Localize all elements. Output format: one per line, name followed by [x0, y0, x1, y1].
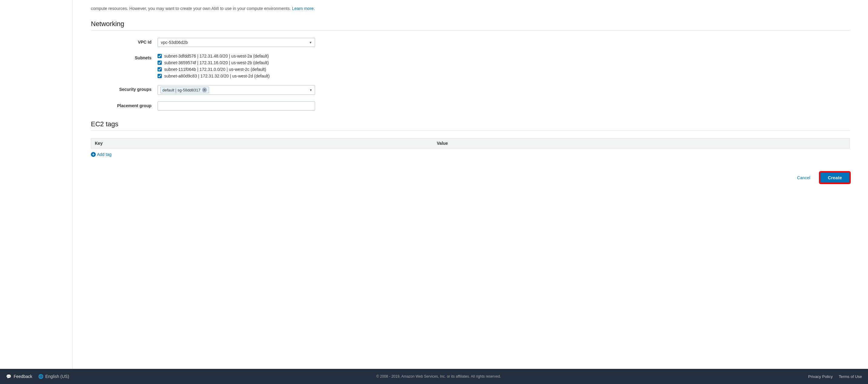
subnet-item: subnet-a80d9c83 | 172.31.32.0/20 | us-we… [158, 73, 315, 78]
subnets-control: subnet-3dfdd576 | 172.31.48.0/20 | us-we… [158, 54, 315, 78]
placement-group-control [158, 101, 315, 110]
networking-title: Networking [91, 17, 850, 28]
subnets-label: Subnets [91, 54, 158, 60]
ec2-tags-divider [91, 130, 850, 131]
security-groups-row: Security groups default | sg-58dd8317 ✕ … [91, 85, 850, 95]
footer-right: Privacy Policy Terms of Use [808, 374, 862, 379]
tags-table: Key Value [91, 138, 850, 149]
tags-key-header: Key [91, 138, 433, 149]
security-groups-dropdown-arrow: ▼ [309, 89, 312, 92]
vpc-id-select[interactable]: vpc-53d06d2b [158, 38, 315, 47]
placement-group-row: Placement group [91, 101, 850, 110]
subnet-item: subnet-111f064b | 172.31.0.0/20 | us-wes… [158, 67, 315, 72]
security-group-tag: default | sg-58dd8317 ✕ [160, 87, 209, 93]
footer-copyright: © 2008 - 2019, Amazon Web Services, Inc.… [376, 374, 501, 379]
security-groups-label: Security groups [91, 85, 158, 92]
subnet-checkbox[interactable] [158, 74, 162, 78]
ec2-tags-section: EC2 tags Key Value + Add tag [91, 117, 850, 157]
cancel-button[interactable]: Cancel [792, 173, 815, 183]
top-note: compute resources. However, you may want… [91, 3, 850, 11]
security-groups-select[interactable]: default | sg-58dd8317 ✕ ▼ [158, 85, 315, 95]
globe-icon: 🌐 [38, 374, 43, 379]
subnet-label: subnet-3659574f | 172.31.16.0/20 | us-we… [164, 60, 269, 65]
subnet-checkbox[interactable] [158, 67, 162, 71]
vpc-id-row: VPC Id vpc-53d06d2b [91, 38, 850, 47]
ec2-tags-title: EC2 tags [91, 117, 850, 128]
networking-section: Networking VPC Id vpc-53d06d2b Subnets [91, 17, 850, 110]
feedback-label: Feedback [13, 374, 32, 379]
create-button[interactable]: Create [820, 172, 850, 183]
privacy-policy-link[interactable]: Privacy Policy [808, 374, 833, 379]
vpc-id-select-wrapper[interactable]: vpc-53d06d2b [158, 38, 315, 47]
subnet-label: subnet-a80d9c83 | 172.31.32.0/20 | us-we… [164, 73, 270, 78]
tags-value-header: Value [433, 138, 850, 149]
feedback-button[interactable]: 💬 Feedback [6, 374, 32, 379]
subnet-label: subnet-3dfdd576 | 172.31.48.0/20 | us-we… [164, 54, 269, 59]
add-tag-label: Add tag [97, 152, 112, 157]
language-selector[interactable]: 🌐 English (US) [38, 374, 69, 379]
security-group-value: default | sg-58dd8317 [162, 88, 200, 92]
subnet-item: subnet-3dfdd576 | 172.31.48.0/20 | us-we… [158, 54, 315, 59]
learn-more-link[interactable]: Learn more. [292, 6, 315, 11]
language-label: English (US) [45, 374, 69, 379]
vpc-id-control: vpc-53d06d2b [158, 38, 315, 47]
subnets-list: subnet-3dfdd576 | 172.31.48.0/20 | us-we… [158, 54, 315, 78]
vpc-id-label: VPC Id [91, 38, 158, 44]
terms-of-use-link[interactable]: Terms of Use [839, 374, 862, 379]
add-tag-icon: + [91, 152, 96, 157]
footer-left: 💬 Feedback 🌐 English (US) [6, 374, 69, 379]
subnets-row: Subnets subnet-3dfdd576 | 172.31.48.0/20… [91, 54, 850, 78]
feedback-icon: 💬 [6, 374, 11, 379]
subnet-checkbox[interactable] [158, 61, 162, 65]
security-group-remove-icon[interactable]: ✕ [202, 88, 207, 92]
left-sidebar [0, 0, 73, 369]
subnet-label: subnet-111f064b | 172.31.0.0/20 | us-wes… [164, 67, 266, 72]
footer: 💬 Feedback 🌐 English (US) © 2008 - 2019,… [0, 369, 868, 384]
security-groups-control: default | sg-58dd8317 ✕ ▼ [158, 85, 315, 95]
subnet-checkbox[interactable] [158, 54, 162, 58]
subnet-item: subnet-3659574f | 172.31.16.0/20 | us-we… [158, 60, 315, 65]
networking-divider [91, 30, 850, 31]
add-tag-link[interactable]: + Add tag [91, 152, 112, 157]
placement-group-input[interactable] [158, 101, 315, 110]
action-row: Cancel Create [91, 166, 850, 183]
placement-group-label: Placement group [91, 101, 158, 108]
